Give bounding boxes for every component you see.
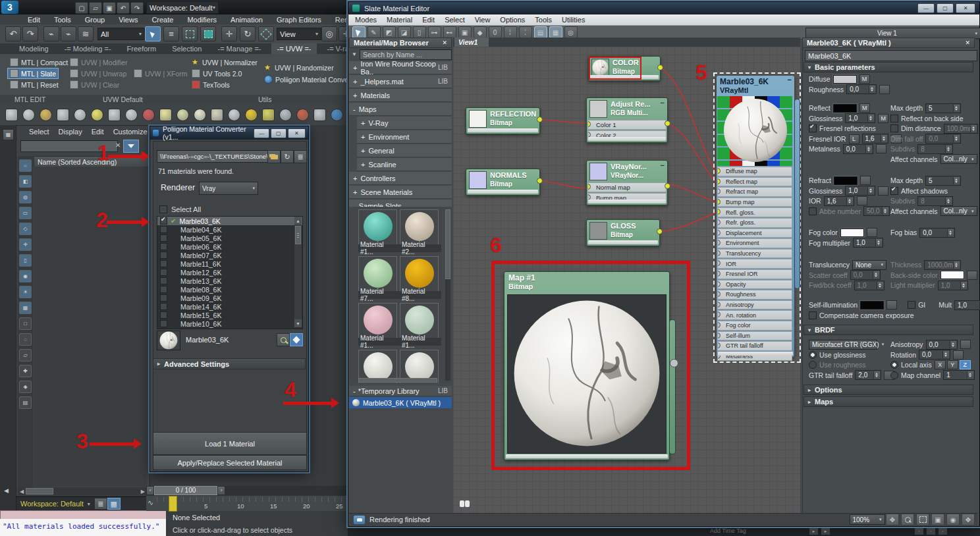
node-gloss-bitmap[interactable]: GLOSSBitmap [586, 219, 660, 246]
browser-group-controllers[interactable]: +Controllers [349, 172, 452, 185]
ribbon-tab-modeling[interactable]: Modeling [13, 43, 55, 55]
map-slot-button[interactable] [886, 300, 897, 309]
explorer-display-toggle-11[interactable]: ◌ [19, 333, 32, 346]
input-socket[interactable] [717, 342, 721, 348]
toolbar2-icon-15[interactable] [262, 109, 275, 121]
material-row-marble11_6k[interactable]: Marble11_6K [157, 259, 302, 268]
status-icon[interactable]: ◦ [938, 527, 948, 535]
spinner-arrows-icon[interactable] [869, 86, 875, 93]
color-swatch[interactable] [833, 104, 857, 113]
spinner-arrows-icon[interactable] [950, 341, 956, 348]
explorer-display-toggle-1[interactable]: ◧ [19, 175, 32, 188]
spinner-arrows-icon[interactable] [867, 187, 874, 194]
material-checkbox[interactable] [160, 226, 167, 233]
input-socket[interactable] [717, 333, 721, 338]
expand-icon[interactable]: - [353, 105, 356, 113]
ribbon-item-mtl-slate[interactable]: MTL | Slate [8, 68, 58, 78]
spinner-field[interactable]: 0,0 [919, 228, 955, 238]
temporary-library-row[interactable]: - *Temporary Library LIB [349, 386, 452, 396]
slate-tool-7[interactable]: ▣ [458, 26, 472, 38]
material-name-input[interactable]: Marble03_6K [805, 50, 977, 61]
slate-tool-8[interactable]: ◆ [474, 26, 487, 38]
spinner-field[interactable]: 1,0 [954, 300, 980, 310]
spinner-field[interactable]: 1,6 [862, 134, 888, 144]
toolbar2-icon-18[interactable] [313, 109, 326, 121]
material-row-marble07_6k[interactable]: Marble07_6K [157, 251, 302, 259]
crossing-selection-icon[interactable] [200, 26, 216, 41]
slate-tool-5[interactable]: ⊶ [428, 26, 441, 38]
spinner-arrows-icon[interactable] [970, 125, 977, 132]
explorer-menu-select[interactable]: Select [29, 128, 49, 136]
map-slot-button[interactable] [857, 196, 867, 205]
maximize-icon[interactable]: ▢ [937, 3, 954, 13]
open-file-icon[interactable]: ▱ [89, 2, 102, 14]
toolbar2-icon-8[interactable] [142, 109, 155, 121]
explorer-menu-edit[interactable]: Edit [92, 128, 104, 136]
node-reflection-bitmap[interactable]: REFLECTIONBitmap [466, 107, 540, 134]
scroll-thumb[interactable] [26, 488, 53, 495]
slate-menu-material[interactable]: Material [387, 16, 412, 24]
material-row-marble05_6k[interactable]: Marble05_6K [157, 234, 302, 242]
spinner-arrows-icon[interactable] [846, 198, 853, 205]
browser-group-general[interactable]: +General [357, 144, 452, 157]
browser-group-iron-wire-round-scoop-ba-[interactable]: +Iron Wire Round Scoop Ba..LIB [349, 61, 452, 74]
spinner-field[interactable]: 5 [925, 176, 961, 186]
spinner-arrows-icon[interactable] [945, 146, 952, 153]
status-icon[interactable]: ◦ [926, 527, 936, 535]
input-socket[interactable] [717, 281, 721, 287]
redo-scene-icon[interactable]: ↷ [22, 26, 38, 41]
spinner-field[interactable]: 50,0 [863, 206, 890, 216]
ribbon-tab-freeform[interactable]: Freeform [121, 43, 163, 55]
input-socket[interactable] [717, 168, 721, 174]
toolbar2-icon-10[interactable] [177, 109, 189, 121]
material-checkbox[interactable] [160, 277, 167, 284]
new-file-icon[interactable]: ▢ [75, 2, 88, 14]
material-list[interactable]: ✔Marble03_6KMarble04_6KMarble05_6KMarble… [157, 216, 303, 329]
spinner-arrows-icon[interactable] [967, 371, 973, 379]
expand-icon[interactable]: + [361, 161, 365, 169]
ribbon-item-mtl-reset[interactable]: MTL | Reset [8, 80, 61, 90]
params-header[interactable]: Marble03_6K ( VRayMtl ) ✕ [802, 38, 975, 48]
param-dropdown[interactable]: None▾ [852, 260, 886, 270]
spinner-arrows-icon[interactable] [942, 351, 949, 358]
material-row-marble03_6k[interactable]: ✔Marble03_6K [157, 217, 302, 225]
slate-tool-9[interactable]: 0 [489, 26, 502, 38]
material-row-marble15_6k[interactable]: Marble15_6K [157, 311, 302, 319]
marble-slot-opacity[interactable]: Opacity [717, 280, 792, 290]
rotate-tool-icon[interactable]: ↻ [240, 26, 256, 41]
explorer-hscrollbar[interactable]: ◀ ▶ [18, 487, 147, 495]
expand-icon[interactable]: + [353, 64, 357, 72]
input-socket[interactable] [717, 219, 721, 225]
marble-slot-refl-gloss-[interactable]: Refl. gloss. [717, 207, 792, 217]
spinner-field[interactable]: 0,0 [846, 84, 877, 94]
dock-grid-icon[interactable]: ▦ [3, 129, 14, 140]
toolbar2-icon-16[interactable] [279, 109, 292, 121]
close-icon[interactable]: ✕ [442, 40, 447, 46]
slate-menu-view[interactable]: View [475, 16, 491, 24]
node-normals-bitmap[interactable]: NORMALSBitmap [466, 169, 540, 196]
reference-coordinate-combo[interactable]: View▾ [277, 28, 321, 40]
map-button[interactable]: M [859, 74, 870, 84]
browser-header[interactable]: Material/Map Browser ✕ [349, 38, 452, 48]
map-slot-button[interactable] [967, 271, 977, 280]
layers-icon[interactable]: ≣ [94, 498, 107, 510]
close-icon[interactable]: ✕ [288, 128, 306, 138]
marble-slot-gtr-tail-falloff[interactable]: GTR tail falloff [717, 341, 792, 351]
menu-group[interactable]: Group [84, 16, 107, 24]
scroll-left-arrow-icon[interactable]: ◀ [18, 489, 26, 495]
browser-group-v-ray[interactable]: +V-Ray [357, 117, 452, 130]
ribbon-item-uvw-xform[interactable]: UVW | XForm [132, 68, 190, 78]
apply-replace-button[interactable]: Apply/Replace Selected Material [153, 455, 307, 470]
map-slot-button[interactable] [879, 85, 890, 94]
explorer-display-toggle-8[interactable]: ☀ [19, 286, 32, 298]
ribbon-item-uvw-clear[interactable]: UVW | Clear [68, 80, 121, 90]
search-options-icon[interactable]: ▼ [349, 51, 360, 57]
spinner-field[interactable]: 0,0 [919, 350, 950, 360]
spinner-arrows-icon[interactable] [953, 261, 960, 269]
explorer-list[interactable] [34, 167, 147, 487]
material-list-scrollbar[interactable]: ▲ ▼ [294, 217, 302, 327]
zoom-extents-icon[interactable]: ▣ [931, 514, 944, 525]
prev-frame-icon[interactable]: ‹ [146, 486, 154, 495]
scroll-thumb[interactable] [445, 209, 450, 279]
slate-menu-options[interactable]: Options [500, 16, 525, 24]
